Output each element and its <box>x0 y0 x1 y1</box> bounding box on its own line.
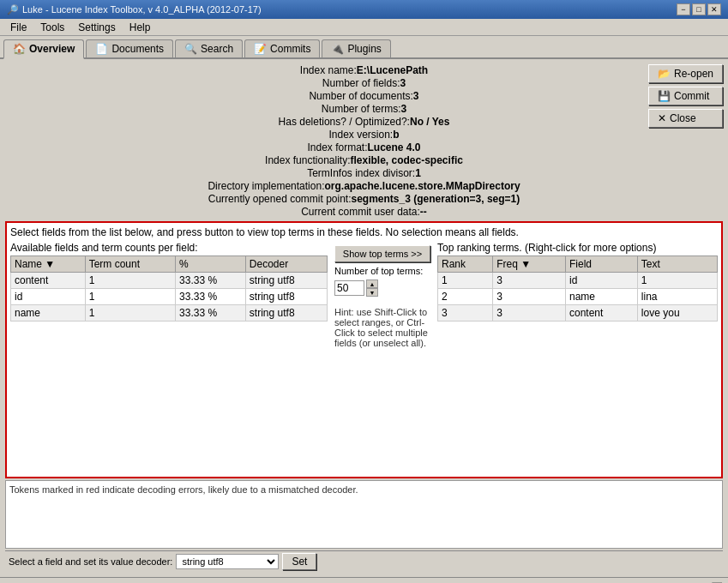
index-func-row: Index functionality: flexible, codec-spe… <box>5 154 723 166</box>
show-top-terms-button[interactable]: Show top terms >> <box>334 245 430 262</box>
decoder-label: Select a field and set its value decoder… <box>9 556 172 567</box>
dir-impl-label: Directory implementation: <box>208 180 324 192</box>
menu-file[interactable]: File <box>3 20 33 35</box>
spinner-arrows: ▲ ▼ <box>366 279 378 297</box>
has-deletions-row: Has deletions? / Optimized?: No / Yes <box>5 116 723 128</box>
tabs-bar: 🏠 Overview 📄 Documents 🔍 Search 📝 Commit… <box>0 36 728 59</box>
field-percent: 33.33 % <box>176 289 246 305</box>
tab-plugins[interactable]: 🔌 Plugins <box>322 39 390 57</box>
num-fields-row: Number of fields: 3 <box>5 77 723 89</box>
field-name: content <box>11 273 86 289</box>
tab-overview[interactable]: 🏠 Overview <box>3 39 84 59</box>
left-panel: Available fields and term counts per fie… <box>10 242 328 473</box>
rank-text: 1 <box>637 273 717 289</box>
rank-rank: 1 <box>438 273 493 289</box>
index-name-value: E:\LucenePath <box>357 64 428 76</box>
close-button[interactable]: ✕ Close <box>648 109 723 128</box>
rank-field: id <box>565 273 637 289</box>
decoder-select[interactable]: string utf8hexintlongfloatdoubledate <box>176 554 279 569</box>
commit-button[interactable]: 💾 Commit <box>648 87 723 105</box>
rank-field: content <box>565 305 637 322</box>
field-name: name <box>11 305 86 322</box>
terminfos-value: 1 <box>415 167 421 179</box>
commit-point-row: Currently opened commit point: segments_… <box>5 193 723 205</box>
num-docs-row: Number of documents: 3 <box>5 90 723 102</box>
index-version-row: Index version: b <box>5 129 723 141</box>
fields-table-row[interactable]: content 1 33.33 % string utf8 <box>11 273 328 289</box>
num-terms-label: Number of terms: <box>322 103 401 115</box>
col-decoder: Decoder <box>245 256 327 273</box>
fields-table: Name ▼ Term count % Decoder content 1 33… <box>10 255 328 322</box>
index-format-row: Index format: Lucene 4.0 <box>5 141 723 153</box>
title-bar: 🔎 Luke - Lucene Index Toolbox, v 4.0_ALP… <box>0 0 728 19</box>
tab-overview-label: Overview <box>29 43 75 55</box>
reopen-button[interactable]: 📂 Re-open <box>648 64 723 83</box>
tab-commits-label: Commits <box>270 43 310 55</box>
search-icon: 🔍 <box>184 43 197 55</box>
spinner-down[interactable]: ▼ <box>366 288 378 297</box>
menu-settings[interactable]: Settings <box>71 20 122 35</box>
index-format-value: Lucene 4.0 <box>368 141 421 153</box>
tokens-hint-text: Tokens marked in red indicate decoding e… <box>9 484 358 495</box>
num-top-terms-input[interactable] <box>334 280 364 296</box>
set-button[interactable]: Set <box>282 553 316 570</box>
has-del-value: No / Yes <box>410 116 449 128</box>
overview-icon: 🏠 <box>13 43 26 55</box>
fields-table-row[interactable]: name 1 33.33 % string utf8 <box>11 305 328 322</box>
field-name: id <box>11 289 86 305</box>
hint-text: Hint: use Shift-Click to select ranges, … <box>334 307 430 348</box>
col-text: Text <box>637 256 717 273</box>
commit-user-value: -- <box>420 206 427 218</box>
field-decoder: string utf8 <box>245 289 327 305</box>
commit-user-label: Current commit user data: <box>301 206 420 218</box>
rank-rank: 3 <box>438 305 493 322</box>
index-name-label: Index name: <box>300 64 357 76</box>
num-top-terms-label: Number of top terms: <box>334 266 430 276</box>
menu-help[interactable]: Help <box>123 20 158 35</box>
terminfos-label: TermInfos index divisor: <box>307 167 415 179</box>
col-percent: % <box>176 256 246 273</box>
col-name: Name ▼ <box>11 256 86 273</box>
field-term-count: 1 <box>85 289 175 305</box>
minimize-button[interactable]: − <box>677 3 690 15</box>
tab-commits[interactable]: 📝 Commits <box>244 39 320 57</box>
documents-icon: 📄 <box>95 43 108 55</box>
close-window-button[interactable]: ✕ <box>707 3 721 15</box>
terminfos-row: TermInfos index divisor: 1 <box>5 167 723 179</box>
index-func-label: Index functionality: <box>265 154 350 166</box>
available-fields-title: Available fields and term counts per fie… <box>10 242 328 254</box>
rank-table-row: 3 3 content love you <box>438 305 718 322</box>
select-hint: Select fields from the list below, and p… <box>10 226 718 238</box>
num-terms-value: 3 <box>401 103 407 115</box>
rank-table-row: 1 3 id 1 <box>438 273 718 289</box>
rank-field: name <box>565 289 637 305</box>
tokens-hint-section: Tokens marked in red indicate decoding e… <box>5 480 723 549</box>
spinner-up[interactable]: ▲ <box>366 279 378 288</box>
num-docs-label: Number of documents: <box>309 90 412 102</box>
plugins-icon: 🔌 <box>331 43 344 55</box>
num-fields-label: Number of fields: <box>322 77 400 89</box>
menu-tools[interactable]: Tools <box>33 20 71 35</box>
dir-impl-value: org.apache.lucene.store.MMapDirectory <box>324 180 520 192</box>
rank-freq: 3 <box>493 289 566 305</box>
index-version-value: b <box>393 129 399 141</box>
info-section: Index name: E:\LucenePath Number of fiel… <box>5 64 723 218</box>
tab-documents[interactable]: 📄 Documents <box>86 39 173 57</box>
two-panels: Available fields and term counts per fie… <box>10 242 718 473</box>
window-controls: − □ ✕ <box>677 3 721 15</box>
commit-point-value: segments_3 (generation=3, seg=1) <box>352 193 520 205</box>
tab-search[interactable]: 🔍 Search <box>175 39 243 57</box>
maximize-button[interactable]: □ <box>692 3 706 15</box>
top-ranking-title: Top ranking terms. (Right-click for more… <box>437 242 718 254</box>
num-top-terms-spinner[interactable]: ▲ ▼ <box>334 279 430 297</box>
rank-rank: 2 <box>438 289 493 305</box>
col-term-count: Term count <box>85 256 175 273</box>
status-icon: ☰ <box>711 580 723 583</box>
fields-table-row[interactable]: id 1 33.33 % string utf8 <box>11 289 328 305</box>
bottom-bar: Select a field and set its value decoder… <box>5 550 723 572</box>
main-content: Index name: E:\LucenePath Number of fiel… <box>0 59 728 577</box>
status-bar: Index name: E:\LucenePath ☰ <box>0 577 728 583</box>
num-docs-value: 3 <box>413 90 419 102</box>
app-icon: 🔎 <box>7 4 19 15</box>
commits-icon: 📝 <box>254 43 267 55</box>
